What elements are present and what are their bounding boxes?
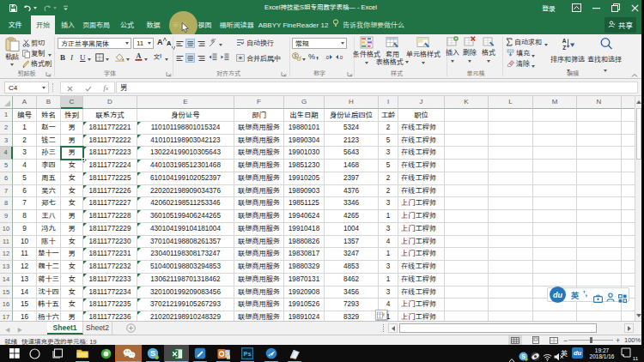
cell-D12[interactable]: 18111772231	[83, 248, 137, 261]
row-header-4[interactable]: 4	[0, 147, 13, 160]
cell-M10[interactable]	[533, 223, 577, 236]
cell-J11[interactable]: 上门工程师	[398, 236, 445, 249]
cell-M5[interactable]	[533, 160, 577, 172]
row-header-14[interactable]: 14	[0, 274, 13, 287]
italic-button[interactable]: I	[70, 53, 73, 62]
cancel-entry-icon[interactable]	[67, 80, 73, 95]
cut-icon[interactable]	[22, 39, 30, 49]
font-name-combo[interactable]: 方正兰亭黑简体	[58, 38, 131, 49]
column-header-I[interactable]: I	[379, 96, 398, 109]
orientation-icon[interactable]: ab	[209, 39, 217, 49]
cell-x9[interactable]	[622, 210, 635, 223]
cell-F5[interactable]: 联想商用服务	[234, 160, 284, 172]
cell-E17[interactable]: 210202198910248329	[137, 311, 234, 321]
cell-F7[interactable]: 联想商用服务	[234, 185, 284, 198]
cell-x14[interactable]	[622, 274, 635, 287]
decrease-decimal-icon[interactable]: .0	[336, 53, 344, 63]
cell-J16[interactable]: 上门工程师	[398, 299, 445, 311]
cell-J14[interactable]: 在线工程师	[398, 274, 445, 287]
autosum-dropdown-icon[interactable]	[544, 41, 548, 49]
ribbon-tab-3[interactable]: 页面布局	[81, 15, 112, 34]
cell-N13[interactable]	[577, 261, 622, 274]
sign-in-button[interactable]: 登录	[542, 3, 556, 13]
cell-C11[interactable]: 女	[61, 236, 83, 249]
cell-I6[interactable]: 2	[379, 172, 398, 185]
cell-header-I[interactable]: 工龄	[379, 109, 398, 122]
confirm-entry-icon[interactable]	[85, 80, 92, 95]
cell-x13[interactable]	[622, 261, 635, 274]
start-icon[interactable]	[8, 347, 21, 360]
notes-icon[interactable]	[193, 347, 207, 360]
borders-dropdown-icon[interactable]	[106, 56, 109, 63]
cell-H5[interactable]: 1468	[325, 160, 379, 172]
cell-A3[interactable]: 2	[13, 135, 37, 148]
cell-G17[interactable]: 19891024	[284, 311, 325, 321]
workbook-icon[interactable]	[288, 347, 301, 360]
find-select-icon[interactable]	[599, 37, 613, 52]
number-dialog-launcher-icon[interactable]	[347, 71, 353, 77]
tabbar-splitter[interactable]	[383, 324, 386, 332]
cell-B7[interactable]: 吴六	[37, 185, 61, 198]
cell-K8[interactable]	[445, 197, 489, 210]
cell-B3[interactable]: 钱二	[37, 135, 61, 148]
cell-L4[interactable]	[489, 147, 533, 160]
cell-J5[interactable]: 在线工程师	[398, 160, 445, 172]
cell-K12[interactable]	[445, 248, 489, 261]
cell-G6[interactable]: 19910205	[284, 172, 325, 185]
cell-J6[interactable]: 在线工程师	[398, 172, 445, 185]
cell-E4[interactable]: 130224199010305643	[137, 147, 234, 160]
cell-M11[interactable]	[533, 236, 577, 249]
normal-view-icon[interactable]	[508, 335, 522, 345]
cell-H6[interactable]: 2397	[325, 172, 379, 185]
cell-L10[interactable]	[489, 223, 533, 236]
cell-D7[interactable]: 18111772226	[83, 185, 137, 198]
cell-M17[interactable]	[533, 311, 577, 321]
scroll-down-icon[interactable]	[635, 310, 642, 321]
cell-I8[interactable]: 3	[379, 197, 398, 210]
cell-A6[interactable]: 5	[13, 172, 37, 185]
cell-H11[interactable]: 1357	[325, 236, 379, 249]
paste-button[interactable]: 粘贴	[3, 37, 21, 69]
taskbar-clock[interactable]: 19:272018/1/16	[587, 347, 617, 360]
cell-C2[interactable]: 男	[61, 122, 83, 135]
borders-icon[interactable]	[95, 53, 104, 63]
scroll-up-icon[interactable]	[635, 96, 642, 107]
cell-E2[interactable]: 110101198801015324	[137, 122, 234, 135]
security-tray-icon[interactable]	[531, 349, 540, 362]
skype-icon[interactable]: S	[146, 347, 160, 360]
cell-A4[interactable]: 3	[13, 147, 37, 160]
scroll-right-icon[interactable]	[624, 323, 634, 333]
restore-icon[interactable]	[611, 0, 620, 15]
increase-decimal-icon[interactable]: .0	[325, 53, 333, 63]
cell-N9[interactable]	[577, 210, 622, 223]
column-header-H[interactable]: H	[325, 96, 379, 109]
cell-E10[interactable]: 430104199104181004	[137, 223, 234, 236]
column-header-E[interactable]: E	[137, 96, 234, 109]
share-button[interactable]: 共享	[605, 17, 636, 33]
sheet-nav-left-icon[interactable]: ◀	[5, 326, 10, 334]
cell-K14[interactable]	[445, 274, 489, 287]
zoom-out-icon[interactable]: −	[563, 336, 568, 345]
zoom-slider-thumb[interactable]	[590, 337, 592, 343]
cell-E12[interactable]: 230401198308173247	[137, 248, 234, 261]
cell-M7[interactable]	[533, 185, 577, 198]
cell-L7[interactable]	[489, 185, 533, 198]
find-select-dropdown-icon[interactable]	[604, 67, 607, 75]
messenger-icon[interactable]	[264, 347, 278, 360]
cell-x11[interactable]	[622, 236, 635, 249]
notification-center-icon[interactable]: 11	[621, 347, 636, 360]
cell-N8[interactable]	[577, 197, 622, 210]
cell-F9[interactable]: 联想商用服务	[234, 210, 284, 223]
cell-N3[interactable]	[577, 135, 622, 148]
increase-font-icon[interactable]: A	[157, 38, 163, 46]
bottom-align-icon[interactable]	[196, 39, 205, 48]
ribbon-tab-9[interactable]: ABBYY FineReader 12	[258, 15, 329, 34]
row-header-6[interactable]: 6	[0, 172, 13, 185]
autosum-button[interactable]: 自动求和	[514, 39, 542, 47]
cell-K3[interactable]	[445, 135, 489, 148]
cell-C14[interactable]: 女	[61, 274, 83, 287]
scroll-left-icon[interactable]	[388, 323, 398, 333]
cell-A12[interactable]: 11	[13, 248, 37, 261]
cell-F4[interactable]: 联想商用服务	[234, 147, 284, 160]
fill-icon[interactable]	[507, 49, 514, 58]
